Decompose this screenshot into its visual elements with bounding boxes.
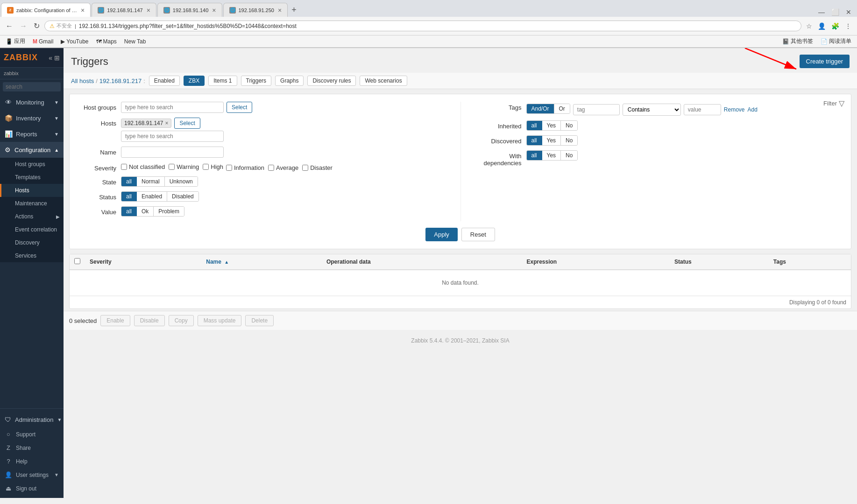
- tag-add-link[interactable]: Add: [748, 106, 758, 113]
- withdeps-no-button[interactable]: No: [561, 151, 577, 160]
- sidebar-item-eventcorrelation[interactable]: Event correlation: [0, 223, 64, 236]
- withdeps-all-button[interactable]: all: [527, 151, 542, 160]
- severity-not-classified[interactable]: Not classified: [121, 163, 165, 170]
- delete-button[interactable]: Delete: [245, 315, 274, 326]
- discovered-all-button[interactable]: all: [527, 136, 542, 145]
- browser-tab-1[interactable]: Z zabbix: Configuration of trigg... ×: [1, 3, 91, 17]
- discovered-yes-button[interactable]: Yes: [542, 136, 561, 145]
- severity-warning[interactable]: Warning: [169, 163, 199, 170]
- inherited-yes-button[interactable]: Yes: [542, 121, 561, 130]
- inherited-all-button[interactable]: all: [527, 121, 542, 130]
- inherited-no-button[interactable]: No: [561, 121, 577, 130]
- breadcrumb-tab-items[interactable]: Items 1: [208, 76, 237, 86]
- refresh-button[interactable]: ↻: [32, 21, 42, 31]
- severity-average[interactable]: Average: [268, 164, 298, 171]
- tag-andor-button[interactable]: And/Or: [527, 104, 554, 113]
- sidebar-item-configuration[interactable]: ⚙ Configuration ▲: [0, 142, 64, 158]
- browser-tab-2[interactable]: 🌐 192.168.91.147 ×: [92, 3, 156, 17]
- bookmark-apps[interactable]: 📱应用: [4, 37, 27, 46]
- sidebar-search-input[interactable]: [6, 84, 64, 90]
- sidebar-item-discovery[interactable]: Discovery: [0, 236, 64, 249]
- hosts-select-button[interactable]: Select: [174, 118, 200, 129]
- minimize-button[interactable]: —: [816, 7, 827, 17]
- bookmark-gmail[interactable]: MGmail: [31, 38, 55, 45]
- bookmark-star-button[interactable]: ☆: [804, 21, 814, 31]
- sidebar-item-services[interactable]: Services: [0, 249, 64, 262]
- select-all-checkbox[interactable]: [74, 258, 80, 264]
- discovered-no-button[interactable]: No: [561, 136, 577, 145]
- hostgroups-select-button[interactable]: Select: [227, 102, 252, 113]
- back-button[interactable]: ←: [4, 21, 15, 31]
- sidebar-item-hosts[interactable]: Hosts: [0, 184, 64, 197]
- sidebar-item-templates[interactable]: Templates: [0, 171, 64, 184]
- hostgroups-input[interactable]: [121, 102, 224, 113]
- reset-button[interactable]: Reset: [461, 228, 495, 241]
- severity-high-cb[interactable]: [203, 164, 209, 170]
- bookmark-maps[interactable]: 🗺Maps: [94, 38, 119, 45]
- forward-button[interactable]: →: [18, 21, 29, 31]
- close-button[interactable]: ✕: [844, 7, 853, 17]
- apply-button[interactable]: Apply: [425, 228, 458, 241]
- tab-close-1[interactable]: ×: [81, 7, 85, 14]
- col-name[interactable]: Name ▲: [201, 254, 322, 270]
- sidebar-item-monitoring[interactable]: 👁 Monitoring ▼: [0, 94, 64, 110]
- severity-disaster[interactable]: Disaster: [302, 164, 333, 171]
- hosts-search-input[interactable]: [121, 131, 224, 142]
- breadcrumb-tab-zbx[interactable]: ZBX: [184, 76, 205, 86]
- state-normal-button[interactable]: Normal: [137, 177, 165, 186]
- severity-information-cb[interactable]: [226, 165, 232, 171]
- profile-button[interactable]: 👤: [816, 21, 828, 31]
- disable-button[interactable]: Disable: [134, 315, 165, 326]
- bookmark-newtab[interactable]: New Tab: [122, 38, 148, 45]
- sidebar-collapse-icon[interactable]: «: [49, 54, 52, 62]
- tag-value-input[interactable]: [684, 104, 721, 115]
- breadcrumb-tab-webscenarios[interactable]: Web scenarios: [360, 76, 407, 86]
- restore-button[interactable]: ⬜: [829, 7, 841, 17]
- sidebar-settings-icon[interactable]: ⊞: [54, 54, 60, 62]
- name-input[interactable]: [121, 147, 224, 158]
- host-tag-remove[interactable]: ×: [165, 120, 168, 126]
- sidebar-item-administration[interactable]: 🛡 Administration ▼: [0, 412, 64, 427]
- sidebar-item-hostgroups[interactable]: Host groups: [0, 158, 64, 171]
- severity-warning-cb[interactable]: [169, 164, 175, 170]
- breadcrumb-hostip[interactable]: 192.168.91.217: [99, 77, 142, 84]
- browser-tab-3[interactable]: 🌐 192.168.91.140 ×: [157, 3, 222, 17]
- status-all-button[interactable]: all: [121, 192, 137, 201]
- tab-close-2[interactable]: ×: [147, 7, 150, 14]
- sidebar-item-signout[interactable]: ⏏ Sign out: [0, 482, 64, 495]
- severity-not-classified-cb[interactable]: [121, 164, 127, 170]
- breadcrumb-tab-discoveryrules[interactable]: Discovery rules: [307, 76, 356, 86]
- mass-update-button[interactable]: Mass update: [198, 315, 242, 326]
- menu-button[interactable]: ⋮: [843, 21, 853, 31]
- tag-condition-select[interactable]: Contains Equals Does not contain: [623, 104, 681, 116]
- address-bar[interactable]: ⚠ 不安全 | 192.168.91.134/triggers.php?filt…: [44, 21, 801, 31]
- tag-remove-link[interactable]: Remove: [724, 106, 745, 113]
- sidebar-item-support[interactable]: ○ Support: [0, 427, 64, 441]
- tab-close-3[interactable]: ×: [212, 7, 216, 14]
- severity-high[interactable]: High: [203, 163, 223, 170]
- value-all-button[interactable]: all: [121, 207, 137, 216]
- status-disabled-button[interactable]: Disabled: [167, 192, 198, 201]
- status-enabled-button[interactable]: Enabled: [137, 192, 167, 201]
- severity-average-cb[interactable]: [268, 165, 274, 171]
- extension-button[interactable]: 🧩: [829, 21, 841, 31]
- breadcrumb-allhosts[interactable]: All hosts: [71, 77, 94, 84]
- severity-disaster-cb[interactable]: [302, 165, 308, 171]
- sidebar-item-usersettings[interactable]: 👤 User settings ▼: [0, 468, 64, 482]
- bookmark-youtube[interactable]: ▶YouTube: [59, 38, 90, 45]
- breadcrumb-tab-triggers[interactable]: Triggers: [241, 76, 272, 86]
- withdeps-yes-button[interactable]: Yes: [542, 151, 561, 160]
- create-trigger-button[interactable]: Create trigger: [800, 55, 850, 68]
- copy-button[interactable]: Copy: [169, 315, 194, 326]
- sidebar-item-inventory[interactable]: 📦 Inventory ▼: [0, 110, 64, 126]
- enable-button[interactable]: Enable: [100, 315, 130, 326]
- value-ok-button[interactable]: Ok: [137, 207, 154, 216]
- value-problem-button[interactable]: Problem: [154, 207, 184, 216]
- breadcrumb-tab-graphs[interactable]: Graphs: [275, 76, 304, 86]
- tag-name-input[interactable]: [573, 104, 620, 115]
- breadcrumb-tab-enabled[interactable]: Enabled: [149, 76, 180, 86]
- tag-or-button[interactable]: Or: [554, 104, 570, 113]
- sidebar-item-help[interactable]: ? Help: [0, 455, 64, 468]
- sidebar-item-share[interactable]: Z Share: [0, 441, 64, 455]
- new-tab-button[interactable]: +: [288, 3, 300, 17]
